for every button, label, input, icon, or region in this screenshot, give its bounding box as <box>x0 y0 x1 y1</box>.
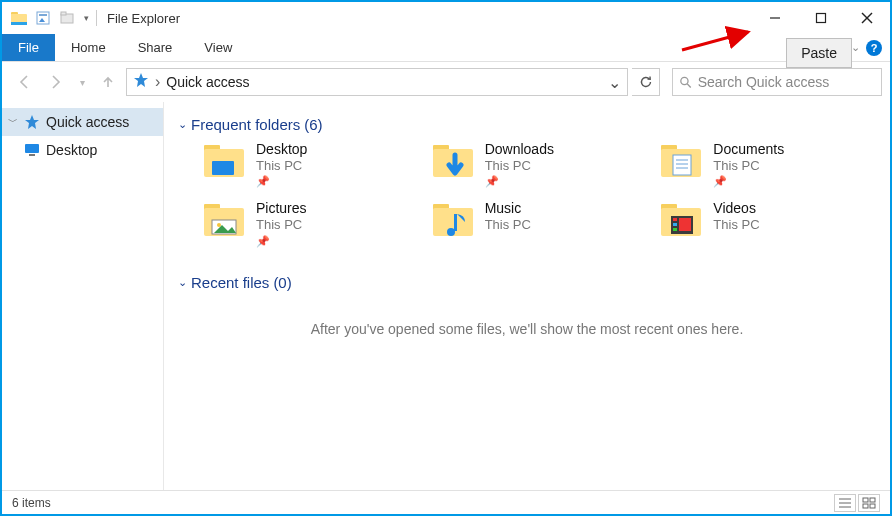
group-count-recent: (0) <box>273 274 291 291</box>
quick-access-pin-icon <box>133 72 149 92</box>
view-details-button[interactable] <box>834 494 856 512</box>
title-bar: ▾ File Explorer <box>2 2 890 34</box>
music-folder-icon <box>431 200 475 240</box>
qat-properties-icon[interactable] <box>32 7 54 29</box>
sidebar-label-desktop: Desktop <box>46 142 97 158</box>
desktop-folder-icon <box>202 141 246 181</box>
tab-home[interactable]: Home <box>55 34 122 61</box>
folder-item-music[interactable]: MusicThis PC <box>431 200 648 247</box>
svg-line-14 <box>687 84 691 88</box>
close-button[interactable] <box>844 3 890 33</box>
svg-rect-2 <box>11 22 27 25</box>
search-input[interactable] <box>698 74 875 90</box>
nav-recent-dropdown[interactable]: ▾ <box>74 68 90 96</box>
svg-rect-40 <box>673 218 677 221</box>
sidebar-label-quick-access: Quick access <box>46 114 129 130</box>
tab-file[interactable]: File <box>2 34 55 61</box>
refresh-button[interactable] <box>632 68 660 96</box>
address-bar[interactable]: › Quick access ⌄ <box>126 68 628 96</box>
group-count-frequent: (6) <box>304 116 322 133</box>
folder-name: Downloads <box>485 141 554 158</box>
group-header-frequent[interactable]: ⌄ Frequent folders (6) <box>178 116 876 133</box>
folder-location: This PC <box>713 217 759 233</box>
chevron-down-icon: ⌄ <box>178 118 187 131</box>
pinned-icon: 📌 <box>713 175 784 188</box>
svg-rect-43 <box>679 218 691 231</box>
svg-rect-50 <box>870 504 875 508</box>
svg-rect-49 <box>863 504 868 508</box>
folder-name: Videos <box>713 200 759 217</box>
window-title: File Explorer <box>107 11 180 26</box>
nav-back-button[interactable] <box>10 68 38 96</box>
sidebar-item-desktop[interactable]: Desktop <box>2 136 163 164</box>
app-icon <box>8 7 30 29</box>
svg-line-9 <box>862 13 872 23</box>
svg-rect-3 <box>37 12 49 24</box>
folder-item-downloads[interactable]: DownloadsThis PC📌 <box>431 141 648 188</box>
folder-location: This PC <box>485 158 554 174</box>
chevron-down-icon: ⌄ <box>178 276 187 289</box>
group-header-recent[interactable]: ⌄ Recent files (0) <box>178 274 876 291</box>
svg-marker-12 <box>134 73 148 87</box>
address-location[interactable]: Quick access <box>166 74 249 90</box>
svg-rect-42 <box>673 228 677 231</box>
content-pane: ⌄ Frequent folders (6) DesktopThis PC📌Do… <box>164 102 890 490</box>
ribbon-tabs: File Home Share View ⌄ ? <box>2 34 890 62</box>
search-icon <box>679 75 692 89</box>
folder-name: Music <box>485 200 531 217</box>
group-label-frequent: Frequent folders <box>191 116 300 133</box>
pinned-icon: 📌 <box>485 175 554 188</box>
group-label-recent: Recent files <box>191 274 269 291</box>
folder-name: Desktop <box>256 141 307 158</box>
status-bar: 6 items <box>2 490 890 514</box>
svg-rect-4 <box>39 14 47 16</box>
folder-item-pictures[interactable]: PicturesThis PC📌 <box>202 200 419 247</box>
nav-forward-button[interactable] <box>42 68 70 96</box>
sidebar-item-quick-access[interactable]: Quick access <box>2 108 163 136</box>
quick-access-star-icon <box>24 114 40 130</box>
qat-customize-icon[interactable]: ▾ <box>80 7 92 29</box>
pictures-folder-icon <box>202 200 246 240</box>
ribbon-expand-icon[interactable]: ⌄ <box>851 41 860 54</box>
svg-line-10 <box>862 13 872 23</box>
folder-location: This PC <box>256 217 307 233</box>
folder-item-documents[interactable]: DocumentsThis PC📌 <box>659 141 876 188</box>
folder-location: This PC <box>485 217 531 233</box>
svg-rect-17 <box>29 154 35 156</box>
folder-item-desktop[interactable]: DesktopThis PC📌 <box>202 141 419 188</box>
tab-view[interactable]: View <box>188 34 248 61</box>
recent-empty-message: After you've opened some files, we'll sh… <box>178 321 876 337</box>
svg-rect-41 <box>673 223 677 226</box>
folder-item-videos[interactable]: VideosThis PC <box>659 200 876 247</box>
svg-point-13 <box>681 77 688 84</box>
tab-share[interactable]: Share <box>122 34 189 61</box>
view-largeicons-button[interactable] <box>858 494 880 512</box>
folder-location: This PC <box>256 158 307 174</box>
svg-rect-8 <box>817 14 826 23</box>
address-separator: › <box>155 73 160 91</box>
help-icon[interactable]: ? <box>866 40 882 56</box>
svg-rect-47 <box>863 498 868 502</box>
downloads-folder-icon <box>431 141 475 181</box>
qat-newfolder-icon[interactable] <box>56 7 78 29</box>
pinned-icon: 📌 <box>256 175 307 188</box>
maximize-button[interactable] <box>798 3 844 33</box>
desktop-icon <box>24 143 40 157</box>
pinned-icon: 📌 <box>256 235 307 248</box>
address-history-dropdown[interactable]: ⌄ <box>608 73 621 92</box>
svg-rect-16 <box>25 144 39 153</box>
navigation-pane: ﹀ Quick access Desktop <box>2 102 164 490</box>
svg-rect-48 <box>870 498 875 502</box>
svg-rect-6 <box>61 12 66 15</box>
videos-folder-icon <box>659 200 703 240</box>
svg-rect-20 <box>212 161 234 175</box>
folder-name: Pictures <box>256 200 307 217</box>
svg-rect-36 <box>454 214 457 231</box>
minimize-button[interactable] <box>752 3 798 33</box>
nav-up-button[interactable] <box>94 68 122 96</box>
paste-tooltip[interactable]: Paste <box>786 38 852 68</box>
search-box[interactable] <box>672 68 882 96</box>
svg-point-32 <box>217 223 221 227</box>
folder-location: This PC <box>713 158 784 174</box>
tree-expand-icon[interactable]: ﹀ <box>8 115 18 129</box>
